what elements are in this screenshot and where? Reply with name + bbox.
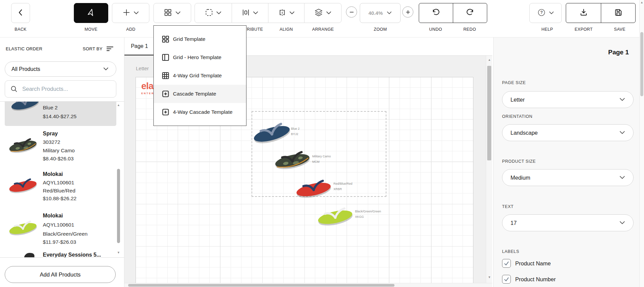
menu-item-grid-hero-template[interactable]: Grid - Hero Template [154,48,246,67]
undo-button[interactable] [419,3,453,23]
add-all-products-button[interactable]: Add All Products [5,266,116,283]
window-scrollbar[interactable]: ▲ [639,0,644,287]
move-cursor-icon [87,8,95,18]
export-save-group [566,3,636,23]
list-scroll-up-icon[interactable]: ▲ [117,104,120,107]
chevron-down-icon [619,130,625,136]
page-size-label: PAGE SIZE [502,80,526,85]
menu-item-grid-template[interactable]: Grid Template [154,30,246,48]
product-filter-select[interactable]: All Products [5,61,116,77]
product-thumbnail-red [6,173,40,199]
move-button[interactable] [74,3,108,23]
product-size-select[interactable]: Medium [502,169,634,186]
zoom-level-dropdown[interactable]: 40.4% [360,3,401,23]
redo-button[interactable] [453,3,487,23]
canvas-product-number: XKGG [355,215,364,218]
canvas-vertical-scrollbar[interactable]: ▲ ▼ [486,56,492,283]
window-scroll-up-icon[interactable]: ▲ [640,1,643,4]
add-button[interactable] [112,3,149,23]
product-price: $14.40-$27.25 [43,113,77,120]
align-button[interactable] [268,3,304,23]
question-mark-icon: ? [537,8,546,18]
align-label: ALIGN [280,27,293,32]
select-button[interactable] [195,3,232,23]
canvas-product-label: Blue 2 [291,127,300,130]
menu-item-4way-grid-template[interactable]: 4-Way Grid Template [154,67,246,85]
canvas-scroll-down-icon[interactable]: ▼ [488,276,491,279]
dashed-selection-icon [205,8,213,18]
canvas-scroll-up-icon[interactable]: ▲ [488,58,491,61]
page-size-caption: Letter [136,66,149,71]
sort-icon[interactable] [106,46,114,53]
back-button[interactable] [11,3,30,23]
plus-icon [123,9,130,18]
product-number: AQYL100601 [43,180,74,186]
product-number-checkbox[interactable] [502,275,511,284]
product-sidebar: ELASTIC ORDER SORT BY All Products Blue … [0,37,124,287]
product-price: $8.40-$26.03 [43,156,74,162]
product-colorway: Military Camo [43,148,75,154]
chevron-down-icon [134,10,139,16]
search-box [5,80,116,98]
canvas-product-green[interactable] [313,202,357,232]
chevron-left-icon [17,8,24,18]
grid-template-icon [162,35,170,43]
canvas-product-label: Black/Green/Green [355,210,381,213]
tab-page-1[interactable]: Page 1 [124,37,154,55]
canvas-hscroll-thumb[interactable] [128,284,394,287]
toolbar: BACK MOVE ADD [0,0,644,37]
tab-label: Page 1 [131,43,148,49]
product-thumbnail-green [6,215,40,241]
svg-text:?: ? [540,10,543,15]
save-button[interactable] [601,3,635,23]
product-size-label: PRODUCT SIZE [502,159,536,164]
menu-item-cascade-template[interactable]: Cascade Template [154,85,246,103]
export-button[interactable] [566,3,601,23]
product-number-checkbox-row[interactable]: Product Number [502,275,556,284]
product-size-value: Medium [510,175,530,181]
menu-item-4way-cascade-template[interactable]: 4-Way Cascade Template [154,103,246,121]
grid-hero-template-icon [162,53,170,61]
product-name-checkbox-label: Product Name [515,260,551,267]
list-scroll-down-icon[interactable]: ▼ [117,251,120,254]
search-input[interactable] [22,85,116,93]
product-list: Blue 2 $14.40-$27.25 Spray 303272 Milita… [0,101,124,258]
chevron-down-icon [103,66,109,72]
menu-item-label: Grid Template [173,36,205,42]
product-colorway: Black/Green/Green [43,231,88,237]
chevron-down-icon [619,97,625,103]
layers-icon [314,8,323,18]
grid-2x2-icon [164,8,172,18]
product-name: Everyday Sessions 5... [43,252,101,258]
page-size-select[interactable]: Letter [502,91,634,108]
product-price: $11.97-$26.03 [43,239,76,245]
distribute-button[interactable] [232,3,268,23]
floppy-disk-icon [614,8,623,18]
back-label: BACK [14,27,27,32]
distribute-icon [242,8,250,18]
canvas-horizontal-scrollbar[interactable] [124,283,492,287]
orientation-select[interactable]: Landscape [502,124,634,141]
orientation-value: Landscape [510,130,538,136]
save-label: SAVE [614,27,625,32]
canvas-vscroll-thumb[interactable] [487,66,491,160]
product-name: Molokai [43,213,63,219]
menu-item-label: Grid - Hero Template [173,54,222,60]
page-settings-panel: Page 1 PAGE SIZE Letter ORIENTATION Land… [493,37,639,287]
arrange-button[interactable] [304,3,341,23]
window-scrollbar-thumb[interactable] [640,32,643,96]
text-size-select[interactable]: 17 [502,214,634,231]
zoom-in-button[interactable] [402,6,413,18]
zoom-out-button[interactable] [346,6,357,18]
list-scrollbar-thumb[interactable] [117,169,120,243]
panel-title: Page 1 [494,49,629,56]
template-dropdown-menu: Grid Template Grid - Hero Template 4-Way… [153,25,246,126]
cascade-template-icon [162,90,170,98]
template-picker-button[interactable] [153,3,191,23]
help-button[interactable]: ? [529,3,562,23]
product-name-checkbox-row[interactable]: Product Name [502,259,551,268]
sort-by-label[interactable]: SORT BY [83,46,103,51]
canvas-product-number: BYJ2 [291,133,298,136]
product-name-checkbox[interactable] [502,259,511,268]
checkmark-icon [503,260,509,266]
